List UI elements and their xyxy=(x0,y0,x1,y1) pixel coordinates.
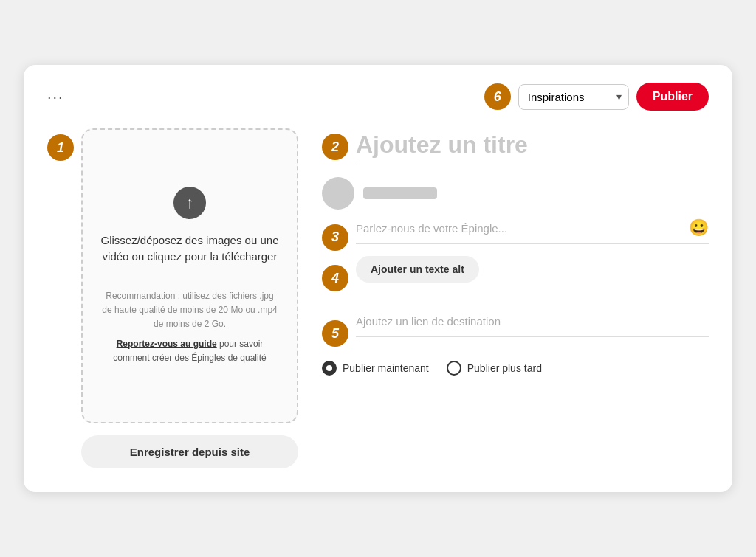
alt-text-row: 4 Ajouter un texte alt xyxy=(322,256,709,300)
badge-5: 5 xyxy=(322,320,348,347)
publish-later-label: Publier plus tard xyxy=(467,362,542,374)
desc-row: 😀 xyxy=(356,218,709,244)
user-name-placeholder xyxy=(363,187,437,199)
badge-1: 1 xyxy=(47,134,74,161)
board-select-wrapper: Inspirations Voyages Recettes Mode xyxy=(518,84,629,110)
avatar xyxy=(322,177,354,210)
right-panel: 2 3 😀 4 Ajouter un texte alt xyxy=(322,128,709,468)
upload-guide-link[interactable]: Reportez-vous au guide xyxy=(117,339,217,349)
publish-now-option[interactable]: Publier maintenant xyxy=(322,361,429,376)
desc-input[interactable] xyxy=(356,219,680,238)
save-from-site-button[interactable]: Enregistrer depuis site xyxy=(81,435,298,468)
emoji-button[interactable]: 😀 xyxy=(689,218,709,238)
upload-main-text: Glissez/déposez des images ou une vidéo … xyxy=(100,232,279,266)
link-row xyxy=(356,312,709,337)
upload-rec-text: Recommandation : utilisez des fichiers .… xyxy=(100,289,279,332)
badge-3: 3 xyxy=(322,224,348,251)
left-panel: 1 ↑ Glissez/déposez des images ou une vi… xyxy=(47,128,298,468)
badge-4: 4 xyxy=(322,265,348,291)
title-row: 2 xyxy=(322,128,709,165)
badge-2: 2 xyxy=(322,134,348,160)
alt-text-button[interactable]: Ajouter un texte alt xyxy=(356,256,479,283)
header-right: 6 Inspirations Voyages Recettes Mode Pub… xyxy=(484,83,709,111)
main-card: ··· 6 Inspirations Voyages Recettes Mode… xyxy=(24,65,732,492)
link-row-wrapper: 5 xyxy=(322,312,709,355)
desc-row-wrapper: 3 😀 xyxy=(322,218,709,256)
publish-now-radio[interactable] xyxy=(322,361,337,376)
publish-later-radio[interactable] xyxy=(447,361,461,376)
link-input[interactable] xyxy=(356,312,709,331)
publish-options: Publier maintenant Publier plus tard xyxy=(322,361,709,376)
upload-arrow-icon: ↑ xyxy=(186,193,194,212)
badge-6: 6 xyxy=(484,83,511,110)
board-select[interactable]: Inspirations Voyages Recettes Mode xyxy=(518,84,629,110)
upload-guide-text: Reportez-vous au guide pour savoir comme… xyxy=(100,337,279,365)
publish-later-option[interactable]: Publier plus tard xyxy=(447,361,542,376)
main-content: 1 ↑ Glissez/déposez des images ou une vi… xyxy=(47,128,709,468)
publish-now-label: Publier maintenant xyxy=(343,362,429,374)
upload-area[interactable]: ↑ Glissez/déposez des images ou une vidé… xyxy=(81,128,298,423)
title-input[interactable] xyxy=(356,128,709,165)
user-row xyxy=(322,177,709,210)
more-options-dots[interactable]: ··· xyxy=(47,89,64,105)
publish-button[interactable]: Publier xyxy=(636,83,709,111)
header: ··· 6 Inspirations Voyages Recettes Mode… xyxy=(47,83,709,111)
upload-icon-circle: ↑ xyxy=(173,187,206,219)
